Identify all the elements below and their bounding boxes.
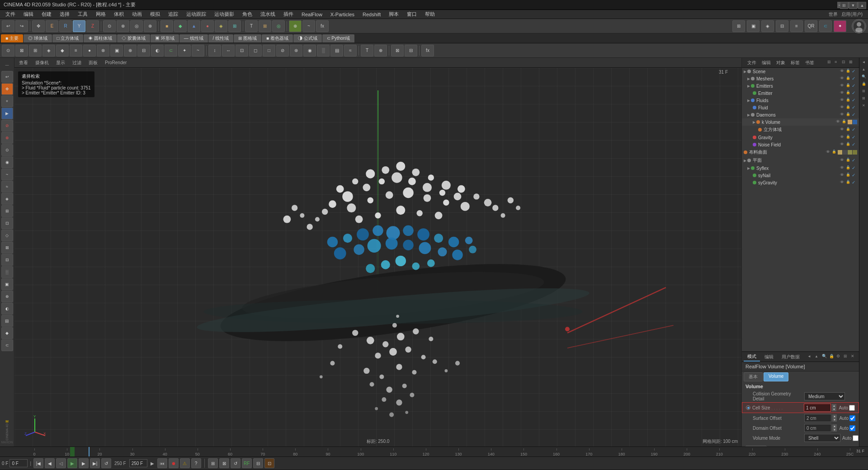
left-tb-5[interactable]: ⊘ (1, 120, 13, 132)
props-close[interactable]: ✕ (851, 354, 857, 360)
eye-meshers[interactable]: 👁 (840, 76, 845, 81)
tb2-9[interactable]: ▣ (110, 45, 123, 56)
play-forward[interactable]: ▶ (67, 458, 77, 468)
left-tb-16[interactable]: ⊟ (1, 254, 13, 266)
redo-button[interactable]: ↪ (15, 20, 28, 32)
tb2-type[interactable]: T (361, 45, 373, 56)
tb2-hook2[interactable]: ⊟ (405, 45, 417, 56)
menu-tools[interactable]: 工具 (74, 10, 91, 19)
record-btn[interactable]: ⏮ (157, 458, 167, 468)
eye-scene[interactable]: 👁 (840, 69, 845, 74)
menu-character[interactable]: 角色 (239, 10, 256, 19)
menu-motion-cam[interactable]: 运动摄影 (211, 10, 238, 19)
tree-item-gravity[interactable]: Gravity 👁 🔒 (742, 134, 859, 141)
timeline-selection[interactable] (70, 447, 75, 456)
domain-offset-input[interactable] (804, 424, 831, 432)
anim-btn2[interactable]: ⊠ (219, 458, 229, 468)
vp-tab-panel[interactable]: 面板 (86, 59, 100, 67)
deform2[interactable]: ⊠ (259, 20, 271, 32)
rmp-btn-6[interactable]: ⊠ (860, 95, 868, 101)
left-tb-10[interactable]: ≈ (1, 181, 13, 193)
prim6[interactable]: ⊞ (228, 20, 241, 32)
menu-track[interactable]: 追踪 (165, 10, 182, 19)
lock-cube-domain[interactable]: 🔒 (846, 127, 851, 132)
play-reverse[interactable]: ◁ (56, 458, 66, 468)
tb2-17[interactable]: ↔ (222, 45, 235, 56)
menu-pipeline[interactable]: 流水线 (257, 10, 279, 19)
end-frame-input[interactable] (129, 459, 147, 467)
left-tb-19[interactable]: ⊕ (1, 291, 13, 302)
check-fluids[interactable] (852, 98, 857, 103)
tool3[interactable]: ⊙ (103, 20, 116, 32)
move-tool[interactable]: ✥ (32, 20, 45, 32)
tree-item-kvolume[interactable]: ▶ k Volume 👁 🔒 (742, 118, 859, 126)
surface-offset-down[interactable]: ▼ (832, 418, 837, 422)
deform1[interactable]: T (245, 20, 258, 32)
left-tb-3[interactable]: + (1, 95, 13, 107)
tb2-23[interactable]: ◉ (303, 45, 316, 56)
tb2-fx1[interactable]: fx (421, 45, 434, 56)
left-tb-7[interactable]: ⊙ (1, 144, 13, 156)
tb2-4[interactable]: ◈ (42, 45, 55, 56)
prim4[interactable]: ● (201, 20, 214, 32)
check-emitter[interactable] (852, 90, 857, 96)
vol-tab-basic[interactable]: 基本 (744, 372, 763, 381)
left-tb-13[interactable]: ⊡ (1, 217, 13, 229)
left-tb-20[interactable]: ◐ (1, 303, 13, 315)
menu-motion-track[interactable]: 运动跟踪 (183, 10, 210, 19)
props-tab-mode[interactable]: 模式 (744, 352, 760, 362)
warn-btn[interactable]: ⚠ (180, 458, 190, 468)
rmp-btn-5[interactable]: ⊞ (860, 88, 868, 94)
scale-tool[interactable]: E (46, 20, 58, 32)
goto-start[interactable]: |◀ (33, 458, 43, 468)
anim-btn1[interactable]: ⊞ (208, 458, 218, 468)
tb2-13[interactable]: ⊂ (165, 45, 177, 56)
eye-gravity[interactable]: 👁 (840, 135, 845, 140)
check-plane[interactable] (852, 158, 857, 163)
tb2-2[interactable]: ⊠ (15, 45, 28, 56)
domain-offset-auto-cb[interactable] (849, 425, 855, 431)
left-tb-23[interactable]: ⊂ (1, 339, 13, 351)
eye-fluids[interactable]: 👁 (840, 98, 845, 103)
eye-sygravity[interactable]: 👁 (840, 180, 845, 185)
tree-item-cube-domain[interactable]: 立方体域 👁 🔒 (742, 126, 859, 134)
vp-tab-view[interactable]: 查看 (16, 59, 31, 67)
mode-cube[interactable]: □ 立方体域 (52, 34, 84, 42)
special1[interactable]: ⊕ (289, 20, 302, 32)
special2[interactable]: ~ (302, 20, 315, 32)
check-gravity[interactable] (852, 135, 857, 140)
undo-button[interactable]: ↩ (2, 20, 14, 32)
lock-emitters[interactable]: 🔒 (846, 83, 851, 89)
rmp-btn-3[interactable]: 🔍 (860, 73, 868, 80)
qr-code[interactable]: QR (805, 20, 817, 32)
props-lock[interactable]: 🔒 (829, 354, 835, 360)
scene-icon-4[interactable]: ⊠ (849, 60, 855, 66)
prim2[interactable]: ◆ (174, 20, 187, 32)
loop-btn[interactable]: ↺ (101, 458, 111, 468)
vp-corner-1[interactable]: ⊞ (840, 2, 848, 9)
tb2-12[interactable]: ◐ (151, 45, 164, 56)
tree-item-sygravity[interactable]: syGravity 👁 🔒 (742, 179, 859, 186)
mode-python[interactable]: ⊂ Python域 (322, 34, 355, 42)
stop-btn[interactable]: ⏺ (169, 458, 179, 468)
eye-cube-domain[interactable]: 👁 (840, 127, 845, 132)
anim-btn5[interactable]: ⊟ (253, 458, 263, 468)
tree-item-scene[interactable]: ▶ Scene 👁 🔒 (742, 68, 859, 75)
lock-gravity[interactable]: 🔒 (846, 135, 851, 140)
mode-capsule[interactable]: ◇ 胶囊体域 (117, 34, 150, 42)
rmp-btn-2[interactable]: ▲ (860, 66, 868, 72)
render-region[interactable]: ⊞ (732, 20, 745, 32)
lock-sygravity[interactable]: 🔒 (846, 180, 851, 185)
tb2-10[interactable]: ⊕ (124, 45, 137, 56)
left-tb-2[interactable]: ✥ (1, 83, 13, 95)
cell-size-input[interactable] (804, 404, 831, 412)
mode-main[interactable]: ■ 主要 (1, 34, 23, 42)
menu-window[interactable]: 窗口 (403, 10, 420, 19)
cb-cell-size[interactable] (746, 405, 750, 410)
left-tb-15[interactable]: ⊠ (1, 242, 13, 254)
left-tb-8[interactable]: ◉ (1, 156, 13, 168)
eye-kvolume[interactable]: 👁 (836, 119, 841, 125)
menu-plugin[interactable]: 插件 (280, 10, 297, 19)
left-tb-22[interactable]: ◆ (1, 327, 13, 339)
vol-tab-volume[interactable]: Volume (764, 372, 788, 381)
